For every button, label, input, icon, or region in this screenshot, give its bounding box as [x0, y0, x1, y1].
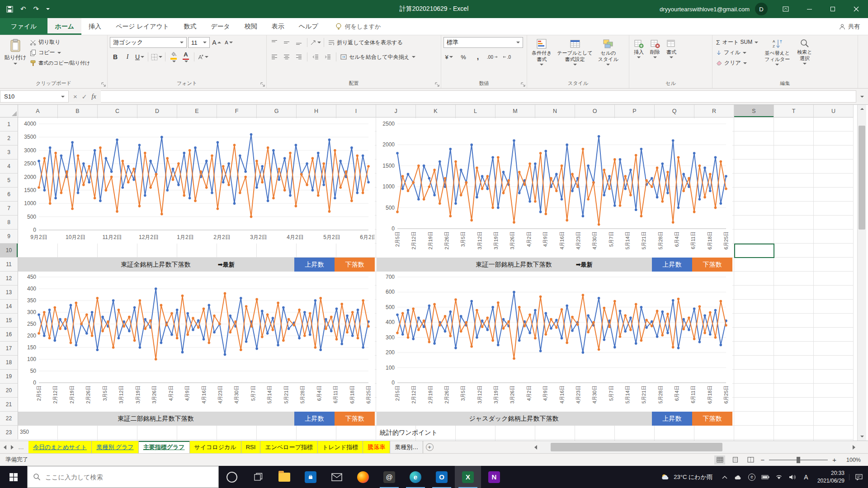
- font-dialog-launcher[interactable]: [260, 82, 265, 87]
- caption-tse-second[interactable]: 東証二部銘柄上昇数下落数 上昇数 下落数: [18, 412, 375, 426]
- redo-icon[interactable]: ↷: [33, 5, 39, 13]
- mail-icon[interactable]: [324, 466, 350, 488]
- decrease-font-button[interactable]: A: [223, 37, 234, 48]
- ribbon-tab-データ[interactable]: データ: [203, 18, 237, 35]
- clock[interactable]: 20:33 2021/06/29: [813, 469, 849, 485]
- confirm-entry-icon[interactable]: ✓: [82, 93, 87, 100]
- conditional-formatting-button[interactable]: 条件付き書式: [529, 37, 554, 80]
- ime-mode-indicator[interactable]: A: [799, 474, 813, 481]
- alignment-dialog-launcher[interactable]: [435, 82, 439, 87]
- sort-filter-button[interactable]: AZ 並べ替えとフィルター: [762, 37, 792, 80]
- column-header-G[interactable]: G: [257, 105, 297, 117]
- ribbon-tab-ページ レイアウト[interactable]: ページ レイアウト: [108, 18, 176, 35]
- sheet-tab-業種別 グラフ[interactable]: 業種別 グラフ: [92, 441, 139, 453]
- decrease-decimal-button[interactable]: .0: [501, 52, 512, 62]
- e-circle-icon[interactable]: e: [745, 474, 759, 481]
- increase-font-button[interactable]: A: [211, 37, 222, 48]
- file-tab[interactable]: ファイル: [0, 18, 47, 35]
- scroll-up-icon[interactable]: [858, 105, 866, 113]
- expand-formula-bar-icon[interactable]: [856, 90, 868, 103]
- cancel-entry-icon[interactable]: ×: [73, 93, 77, 100]
- weather-button[interactable]: 23°C にわか雨: [656, 473, 718, 481]
- paste-button[interactable]: 貼り付け: [2, 37, 28, 68]
- column-header-L[interactable]: L: [456, 105, 495, 117]
- sheet-nav-right-icon[interactable]: [11, 445, 14, 450]
- column-header-C[interactable]: C: [98, 105, 137, 117]
- font-color-button[interactable]: A: [180, 52, 191, 62]
- undo-icon[interactable]: ↶: [20, 5, 26, 13]
- align-left-button[interactable]: [269, 52, 280, 62]
- taskbar-search[interactable]: [27, 466, 219, 488]
- chart-tse-all-issues[interactable]: 050010001500200025003000350040009月2日10月2…: [18, 118, 375, 244]
- edge-icon[interactable]: e: [402, 466, 429, 488]
- excel-taskbar-icon[interactable]: X: [455, 466, 481, 488]
- sheet-tab-トレンド指標[interactable]: トレンド指標: [318, 441, 363, 453]
- column-header-R[interactable]: R: [694, 105, 734, 117]
- outlook-icon[interactable]: O: [429, 466, 455, 488]
- row-header-12[interactable]: 12: [0, 272, 18, 286]
- column-header-E[interactable]: E: [177, 105, 217, 117]
- share-button[interactable]: 共有: [831, 18, 868, 35]
- percent-style-button[interactable]: %: [458, 52, 469, 62]
- firefox-icon[interactable]: [350, 466, 376, 488]
- ribbon-tab-挿入[interactable]: 挿入: [81, 18, 108, 35]
- column-header-D[interactable]: D: [137, 105, 177, 117]
- sheet-tab-騰落率[interactable]: 騰落率: [363, 441, 390, 453]
- orientation-button[interactable]: [310, 37, 321, 48]
- select-all-corner[interactable]: [0, 105, 18, 117]
- horizontal-scrollbar[interactable]: [534, 441, 855, 453]
- font-size-select[interactable]: 11: [188, 37, 210, 48]
- row-header-4[interactable]: 4: [0, 160, 18, 174]
- delete-cells-button[interactable]: 削除: [648, 37, 662, 80]
- column-header-P[interactable]: P: [615, 105, 655, 117]
- action-center-button[interactable]: [849, 474, 868, 480]
- column-header-F[interactable]: F: [217, 105, 257, 117]
- at-app-icon[interactable]: @: [376, 466, 402, 488]
- number-dialog-launcher[interactable]: [521, 82, 525, 87]
- volume-icon[interactable]: [786, 474, 799, 480]
- tell-me-search[interactable]: 何をしますか: [335, 18, 381, 35]
- store-icon[interactable]: [297, 466, 324, 488]
- sheet-tab-今日のまとめサイト[interactable]: 今日のまとめサイト: [28, 441, 92, 453]
- normal-view-button[interactable]: [714, 455, 725, 465]
- legend-down-cell[interactable]: 下落数: [692, 258, 732, 272]
- zoom-slider[interactable]: [769, 460, 828, 460]
- number-format-select[interactable]: 標準: [443, 37, 523, 48]
- task-view-button[interactable]: [245, 466, 271, 488]
- column-header-A[interactable]: A: [18, 105, 58, 117]
- hidden-icons-chevron[interactable]: [718, 475, 731, 479]
- sheet-tab-RSI[interactable]: RSI: [241, 441, 261, 453]
- format-as-table-button[interactable]: テーブルとして書式設定: [555, 37, 595, 80]
- selected-cell-S10[interactable]: [734, 244, 774, 258]
- horizontal-scroll-thumb[interactable]: [551, 443, 722, 451]
- column-header-K[interactable]: K: [416, 105, 456, 117]
- column-header-I[interactable]: I: [336, 105, 376, 117]
- align-bottom-button[interactable]: [293, 37, 304, 48]
- row-header-13[interactable]: 13: [0, 286, 18, 300]
- row-header-21[interactable]: 21: [0, 398, 18, 412]
- row-header-15[interactable]: 15: [0, 314, 18, 328]
- new-sheet-button[interactable]: +: [423, 441, 436, 453]
- zoom-in-icon[interactable]: +: [832, 456, 836, 464]
- row-header-7[interactable]: 7: [0, 202, 18, 216]
- vertical-scroll-thumb[interactable]: [859, 126, 865, 230]
- underline-button[interactable]: U: [134, 52, 145, 62]
- column-header-H[interactable]: H: [297, 105, 336, 117]
- column-header-S[interactable]: S: [734, 105, 774, 117]
- row-header-11[interactable]: 11: [0, 258, 18, 272]
- start-button[interactable]: [0, 466, 27, 488]
- cell-A23[interactable]: 350: [20, 429, 29, 435]
- wrap-text-button[interactable]: 折り返して全体を表示する: [327, 38, 404, 48]
- currency-format-button[interactable]: ¥: [443, 52, 454, 62]
- paste-dropdown-icon[interactable]: [14, 63, 17, 65]
- close-button[interactable]: [844, 0, 868, 18]
- onedrive-icon[interactable]: [731, 474, 745, 480]
- scroll-down-icon[interactable]: [858, 432, 866, 441]
- cell-styles-button[interactable]: セルのスタイル: [596, 37, 621, 80]
- align-top-button[interactable]: [269, 37, 280, 48]
- row-header-1[interactable]: 1: [0, 117, 18, 131]
- cortana-button[interactable]: [219, 466, 245, 488]
- increase-indent-button[interactable]: [322, 52, 333, 62]
- legend-up-cell[interactable]: 上昇数: [294, 258, 335, 272]
- caption-tse-all[interactable]: 東証全銘柄上昇数下落数 ➡最新 上昇数 下落数: [18, 258, 375, 272]
